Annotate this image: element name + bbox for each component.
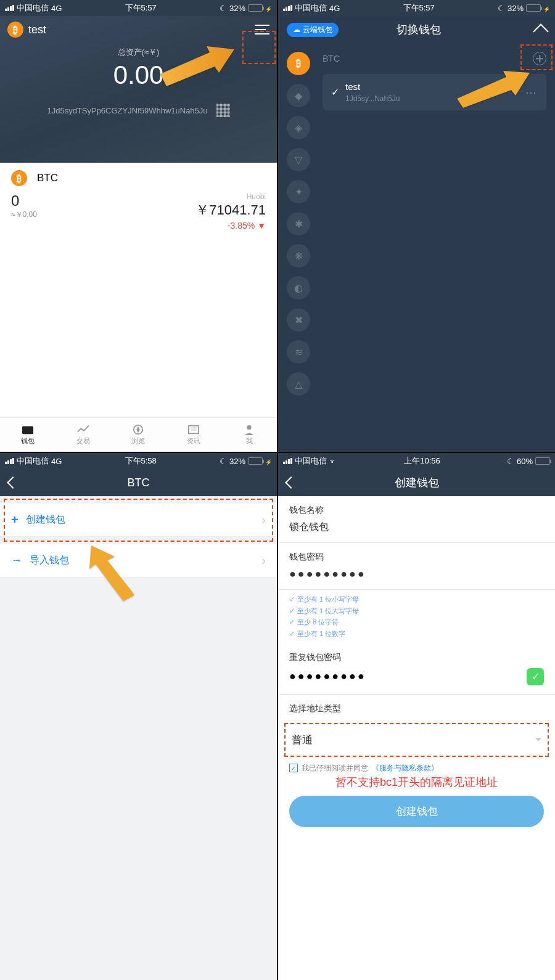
- label-password: 钱包密码: [278, 543, 555, 568]
- coin-fiat: ≈￥0.00: [11, 210, 37, 220]
- add-wallet-icon[interactable]: [533, 52, 546, 65]
- address-type-select[interactable]: 普通: [284, 723, 549, 757]
- status-bar: 中国电信4G 下午5:57 32%: [278, 0, 555, 16]
- password-rules: ✓至少有 1 位小写字母 ✓至少有 1 位大写字母 ✓至少 8 位字符 ✓至少有…: [278, 590, 555, 643]
- checkbox-icon: ✓: [289, 764, 298, 772]
- coin-card[interactable]: ₿BTC 0 ≈￥0.00 Huobi ￥71041.71 -3.85% ▼: [0, 163, 277, 238]
- tab-me[interactable]: 我: [221, 418, 277, 452]
- input-password2[interactable]: ●●●●●●●●●: [289, 670, 366, 683]
- status-bar: 中国电信4G 下午5:58 32%: [0, 453, 277, 469]
- tab-trade[interactable]: 交易: [56, 418, 111, 452]
- wallet-address[interactable]: 1Jd5sydTSyPp6CGZYJNf59Whhw1uNah5Ju: [47, 106, 207, 115]
- terms-link: 《服务与隐私条款》: [372, 763, 438, 774]
- tab-news[interactable]: 资讯: [166, 418, 221, 452]
- wallet-row[interactable]: ✓ test1Jd5sy...Nah5Ju ⋯: [323, 74, 546, 110]
- screen-title: 切换钱包: [302, 22, 535, 37]
- screen-title: BTC: [128, 476, 150, 489]
- agree-row[interactable]: ✓ 我已仔细阅读并同意《服务与隐私条款》: [289, 763, 544, 774]
- coin-ont-icon[interactable]: ◐: [287, 276, 310, 300]
- input-name[interactable]: 锁仓钱包: [278, 521, 555, 543]
- bitcoin-icon: ₿: [7, 22, 23, 38]
- plus-icon: +: [11, 513, 18, 527]
- moon-icon: [220, 4, 227, 13]
- label-password2: 重复钱包密码: [278, 643, 555, 668]
- status-bar: 中国电信ᯤ 上午10:56 60%: [278, 453, 555, 469]
- coin-rail: ₿ ◆ ◈ ▽ ✦ ✱ ❋ ◐ ✖ ≋ △: [278, 43, 319, 452]
- charging-icon: [265, 4, 272, 13]
- coin-ada-icon[interactable]: △: [287, 372, 310, 396]
- coin-trx-icon[interactable]: ▽: [287, 148, 310, 171]
- screen-title: 创建钱包: [395, 475, 439, 490]
- status-bar: 中国电信4G 下午5:57 32%: [0, 0, 277, 16]
- arrow-right-icon: →: [11, 554, 22, 567]
- svg-rect-2: [189, 426, 199, 434]
- coin-qty: 0: [11, 192, 37, 210]
- create-wallet-option[interactable]: + 创建钱包›: [0, 504, 277, 537]
- bitcoin-icon: ₿: [11, 170, 27, 186]
- check-icon: ✓: [331, 86, 339, 98]
- menu-icon[interactable]: [255, 25, 269, 35]
- input-password[interactable]: ●●●●●●●●●: [278, 568, 555, 590]
- tab-wallet[interactable]: 钱包: [0, 418, 56, 452]
- total-value: 0.00: [0, 60, 277, 90]
- label-type: 选择地址类型: [278, 695, 555, 719]
- coin-iost-icon[interactable]: ❋: [287, 244, 310, 267]
- price-source: Huobi: [195, 192, 266, 201]
- coin-eos-icon[interactable]: ◈: [287, 116, 310, 139]
- coin-price: ￥71041.71: [195, 201, 266, 219]
- qr-icon[interactable]: [216, 104, 230, 117]
- svg-point-5: [247, 425, 251, 430]
- coin-atom-icon[interactable]: ✱: [287, 212, 310, 235]
- wallet-name: test: [28, 23, 46, 36]
- import-wallet-option[interactable]: → 导入钱包›: [0, 544, 277, 578]
- back-icon[interactable]: [7, 476, 19, 489]
- warning-text: 暂不支持bc1开头的隔离见证地址: [278, 775, 555, 790]
- battery-icon: [248, 4, 263, 12]
- signal-icon: [5, 5, 14, 11]
- label-name: 钱包名称: [278, 496, 555, 521]
- total-label: 总资产(≈￥): [0, 47, 277, 58]
- tab-bar: 钱包 交易 浏览 资讯 我: [0, 417, 277, 452]
- coin-sol-icon[interactable]: ≋: [287, 340, 310, 364]
- check-badge-icon: ✓: [527, 668, 544, 685]
- category-label: BTC: [323, 54, 340, 63]
- create-wallet-button[interactable]: 创建钱包: [289, 796, 544, 827]
- collapse-icon[interactable]: [533, 23, 548, 39]
- coin-eth-icon[interactable]: ◆: [287, 84, 310, 107]
- coin-bnb-icon[interactable]: ✦: [287, 180, 310, 203]
- tab-browse[interactable]: 浏览: [111, 418, 166, 452]
- wifi-icon: ᯤ: [329, 457, 337, 466]
- back-icon[interactable]: [285, 476, 297, 489]
- svg-rect-0: [22, 427, 33, 435]
- price-delta: -3.85% ▼: [195, 221, 266, 231]
- chevron-right-icon: ›: [261, 513, 266, 527]
- chevron-right-icon: ›: [261, 553, 266, 568]
- coin-btc-icon[interactable]: ₿: [287, 52, 310, 75]
- dropdown-icon: [535, 738, 541, 741]
- coin-dot-icon[interactable]: ✖: [287, 308, 310, 332]
- more-icon[interactable]: ⋯: [525, 86, 538, 99]
